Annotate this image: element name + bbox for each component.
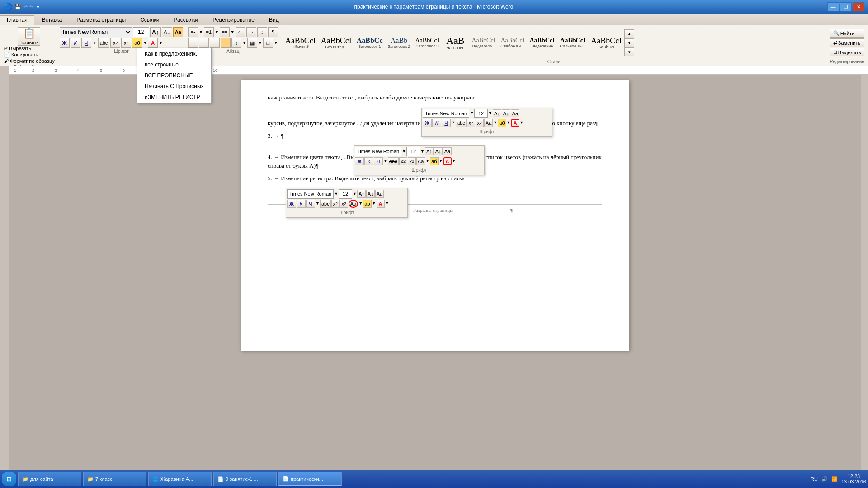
mt2-changecase[interactable]: Аа <box>416 157 425 165</box>
mt3-clear[interactable]: Aa <box>375 190 384 198</box>
mt3-grow[interactable]: A↑ <box>357 190 366 198</box>
taskbar-folder-7class[interactable]: 📁 7 класс <box>83 472 146 486</box>
mt3-color[interactable]: А <box>377 200 385 208</box>
mt2-strike[interactable]: abc <box>388 157 399 165</box>
taskbar-network[interactable]: 📶 <box>831 476 838 482</box>
tab-mailings[interactable]: Рассылки <box>167 15 205 25</box>
change-case-button[interactable]: Аа <box>173 27 183 37</box>
mt3-subscript[interactable]: x2 <box>331 200 340 208</box>
style-extra[interactable]: AaBbCcI AaBbCcI <box>589 28 624 57</box>
mt3-underline[interactable]: Ч <box>306 200 315 208</box>
dropdown-item-sentence[interactable]: Как в предложениях. <box>137 48 211 59</box>
mt1-changecase[interactable]: Аа <box>484 119 493 127</box>
mt3-italic[interactable]: К <box>297 200 306 208</box>
replace-button[interactable]: ⇄ Заменить <box>830 38 864 47</box>
multilevel-list-button[interactable]: ≡≡ <box>220 27 230 37</box>
styles-more[interactable]: ▾ <box>624 47 634 56</box>
shading-button[interactable]: ▦ <box>247 38 257 48</box>
align-left-button[interactable]: ≡ <box>188 38 198 48</box>
document-area[interactable]: начертания текста. Выделить текст, выбра… <box>9 75 861 474</box>
mt1-shrink[interactable]: A↓ <box>502 109 510 117</box>
numbering-button[interactable]: ≡1 <box>204 27 214 37</box>
quick-access-save[interactable]: 💾 <box>14 4 21 10</box>
taskbar-sound[interactable]: 🔊 <box>821 476 828 482</box>
style-normal[interactable]: AaBbCcI Обычный <box>283 28 318 57</box>
mt3-bold[interactable]: Ж <box>287 200 296 208</box>
style-heading3[interactable]: AaBbCcI Заголовок 3 <box>413 28 441 57</box>
mt1-size[interactable]: 12 <box>474 109 488 118</box>
style-subtitle[interactable]: AaBbCcI Подзаголо... <box>469 28 498 57</box>
mt3-changecase-circled[interactable]: Аа <box>349 200 359 208</box>
grow-font-button[interactable]: A↑ <box>150 27 161 37</box>
mt3-font[interactable]: Times New Roman <box>287 189 334 199</box>
mt2-size[interactable]: 12 <box>406 147 420 156</box>
taskbar-doc1[interactable]: 📄 9 занятие-1 ... <box>213 472 277 486</box>
mt2-clear[interactable]: Aa <box>443 147 452 155</box>
find-button[interactable]: 🔍 Найти <box>830 29 864 38</box>
dropdown-item-uppercase[interactable]: ВСЕ ПРОПИСНЫЕ <box>137 70 211 81</box>
mt1-grow[interactable]: A↑ <box>493 109 501 117</box>
justify-button[interactable]: ≡ <box>221 38 231 48</box>
bullets-button[interactable]: ≡• <box>188 27 198 37</box>
subscript-button[interactable]: x2 <box>110 38 120 48</box>
highlight-button[interactable]: аб <box>132 38 142 48</box>
mt2-bold[interactable]: Ж <box>355 157 364 165</box>
mt1-font[interactable]: Times New Roman <box>423 109 469 118</box>
sort-button[interactable]: ↕ <box>257 27 267 37</box>
mt1-superscript[interactable]: x2 <box>476 119 484 127</box>
bold-button[interactable]: Ж <box>60 38 70 48</box>
style-subtle-emphasis[interactable]: AaBbCcI Слабое вы... <box>498 28 527 57</box>
font-name-selector[interactable]: Times New Roman <box>60 27 132 37</box>
strikethrough-button[interactable]: abc <box>98 38 110 48</box>
mt1-bold[interactable]: Ж <box>423 119 432 127</box>
mt2-grow[interactable]: A↑ <box>425 147 434 155</box>
mt2-shrink[interactable]: A↓ <box>434 147 443 155</box>
tab-review[interactable]: Рецензирование <box>206 15 261 25</box>
show-marks-button[interactable]: ¶ <box>268 27 278 37</box>
mt2-underline[interactable]: Ч <box>374 157 383 165</box>
align-right-button[interactable]: ≡ <box>210 38 220 48</box>
cut-button[interactable]: ✂ Вырезать <box>4 46 55 52</box>
mt1-clear[interactable]: Aa <box>511 109 519 117</box>
paste-button[interactable]: 📋 Вставить <box>18 27 40 46</box>
align-center-button[interactable]: ≡ <box>199 38 209 48</box>
tab-layout[interactable]: Разметка страницы <box>70 15 132 25</box>
font-color-button[interactable]: А <box>148 38 158 48</box>
style-heading2[interactable]: AaBb Заголовок 2 <box>385 28 412 57</box>
quick-access-undo[interactable]: ↩ <box>23 4 28 10</box>
mt2-highlight[interactable]: аб <box>430 157 438 165</box>
style-heading1[interactable]: AaBbCc Заголовок 1 <box>354 28 385 57</box>
mt2-subscript[interactable]: x2 <box>399 157 407 165</box>
mt2-font[interactable]: Times New Roman <box>355 147 401 156</box>
mt2-color[interactable]: А <box>443 157 452 165</box>
dedent-button[interactable]: ⇐ <box>236 27 245 37</box>
dropdown-item-lowercase[interactable]: все строчные <box>137 59 211 70</box>
mt1-underline[interactable]: Ч <box>442 119 451 127</box>
underline-button[interactable]: Ч <box>81 38 91 48</box>
tab-insert[interactable]: Вставка <box>35 15 69 25</box>
vertical-scrollbar[interactable] <box>861 75 868 474</box>
mt1-highlight[interactable]: аб <box>498 119 506 127</box>
indent-button[interactable]: ⇒ <box>246 27 256 37</box>
taskbar-folder-site[interactable]: 📁 для сайта <box>18 472 81 486</box>
close-button[interactable]: ✕ <box>853 2 864 11</box>
mt3-highlight[interactable]: аб <box>363 200 371 208</box>
mt1-strike[interactable]: abc <box>456 119 467 127</box>
minimize-button[interactable]: — <box>827 2 839 11</box>
dropdown-item-titlecase[interactable]: Начинать С Прописных <box>137 81 211 92</box>
mt1-subscript[interactable]: x2 <box>467 119 475 127</box>
copy-button[interactable]: 📄 Копировать <box>4 52 55 58</box>
italic-button[interactable]: К <box>71 38 80 48</box>
mt3-superscript[interactable]: x2 <box>340 200 348 208</box>
styles-scroll-down[interactable]: ▼ <box>624 38 634 47</box>
quick-access-more[interactable]: ▼ <box>36 5 40 9</box>
taskbar-browser[interactable]: 🌐 Жаравина А... <box>148 472 212 486</box>
styles-scroll-up[interactable]: ▲ <box>624 29 634 38</box>
style-no-spacing[interactable]: AaBbCcI Без интер... <box>319 28 354 57</box>
mt1-color[interactable]: А <box>511 119 519 127</box>
line-spacing-button[interactable]: ↕ <box>231 38 241 48</box>
mt3-size[interactable]: 12 <box>339 189 352 199</box>
mt3-shrink[interactable]: A↓ <box>366 190 375 198</box>
tab-home[interactable]: Главная <box>0 15 34 25</box>
style-strong[interactable]: AaBbCcI Сильное вы... <box>557 28 588 57</box>
